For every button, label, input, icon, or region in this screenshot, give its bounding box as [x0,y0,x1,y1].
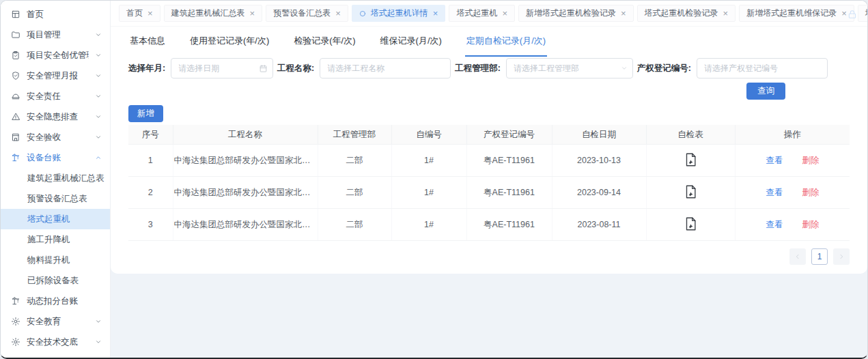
crane-icon [11,153,20,162]
cell-reg-no: 粤AE-T11961 [466,209,552,241]
sidebar-subitem[interactable]: 物料提升机 [1,250,110,270]
cell-project-name: 中海达集团总部研发办公暨国家北斗产业综合... [173,209,318,241]
subtab[interactable]: 定期自检记录(月/次) [465,27,547,57]
close-icon[interactable]: × [502,9,507,18]
cell-index: 1 [128,145,173,177]
view-link[interactable]: 查看 [766,220,783,229]
sidebar-item[interactable]: 安全管理月报 [1,66,110,86]
sidebar-item-label: 设备台账 [27,152,89,164]
filter-label: 产权登记编号: [637,63,691,74]
page-next-button[interactable] [833,248,850,265]
close-icon[interactable]: × [250,9,255,18]
sidebar-item[interactable]: 动态扣分台账 [1,291,110,311]
sidebar-item[interactable]: 安全教育 [1,311,110,332]
sidebar-subitem[interactable]: 建筑起重机械汇总表 [1,168,110,188]
table-header-cell: 工程名称 [173,125,318,145]
chevron-down-icon [95,31,102,38]
sidebar-item[interactable]: 安全责任 [1,86,110,106]
sidebar-subitem[interactable]: 已拆除设备表 [1,270,110,291]
pdf-file-icon[interactable] [683,184,698,199]
delete-link[interactable]: 删除 [802,156,819,165]
content-card: 基本信息使用登记记录(年/次)检验记录(年/次)维保记录(月/次)定期自检记录(… [111,27,867,274]
cell-self-no: 1# [391,177,466,209]
sidebar-item[interactable]: 首页 [1,4,110,25]
sidebar-item[interactable]: 安全隐患排查 [1,106,110,127]
sidebar-item[interactable]: 项目安全创优管理 [1,45,110,66]
sidebar-item[interactable]: 安全技术交底 [1,332,110,352]
tab[interactable]: 新增塔式起重机维保记录× [739,5,854,22]
page-number-current[interactable]: 1 [811,248,828,265]
subtab[interactable]: 使用登记记录(年/次) [188,27,270,57]
delete-link[interactable]: 删除 [802,220,819,229]
tab[interactable]: 塔式起重机详情× [352,5,446,22]
sidebar-subitem-label: 预警设备汇总表 [27,193,87,205]
tab[interactable]: 预警设备汇总表× [266,5,348,22]
sidebar-subitem[interactable]: 塔式起重机 [1,209,110,229]
subtab-label: 基本信息 [130,35,165,47]
pdf-file-icon[interactable] [683,152,698,167]
subtab-label: 检验记录(年/次) [294,35,355,47]
tab-label: 塔式起重机 [456,8,497,19]
lock-icon[interactable] [847,9,858,20]
sidebar: 首页项目管理项目安全创优管理安全管理月报安全责任安全隐患排查安全验收设备台账建筑… [1,1,111,358]
sidebar-subitem[interactable]: 预警设备汇总表 [1,188,110,209]
sidebar-item-label: 安全验收 [27,132,89,143]
chevron-up-icon [95,154,102,161]
sidebar-item-label: 安全管理月报 [27,70,89,82]
page-prev-button[interactable] [789,248,806,265]
table-row: 3中海达集团总部研发办公暨国家北斗产业综合...二部1#粤AE-T1196120… [128,209,850,241]
subtab[interactable]: 检验记录(年/次) [292,27,356,57]
query-row: 查询 [111,78,867,100]
close-icon[interactable]: × [335,9,341,18]
close-icon[interactable]: × [841,9,847,18]
tab[interactable]: 新增塔式起重机检验记录× [518,5,634,22]
subtab-bar: 基本信息使用登记记录(年/次)检验记录(年/次)维保记录(月/次)定期自检记录(… [111,27,867,57]
tab[interactable]: 塔式起重机检验记录× [637,5,736,22]
text-input[interactable] [320,58,451,78]
close-icon[interactable]: × [621,9,626,18]
sidebar-item[interactable]: 安全验收 [1,127,110,147]
filter-group: 工程管理部: [455,58,633,78]
tab[interactable]: 塔式起重机× [449,5,515,22]
date-input[interactable] [171,58,273,78]
sidebar-item-label: 安全隐患排查 [27,111,89,123]
sidebar-item-label: 动态扣分台账 [27,296,102,307]
chevron-down-icon [95,52,102,59]
pdf-file-icon[interactable] [683,216,698,231]
table-header-row: 序号工程名称工程管理部自编号产权登记编号自检日期自检表操作 [128,125,850,145]
subtab[interactable]: 基本信息 [128,27,167,57]
sidebar-subitem-label: 塔式起重机 [27,214,70,225]
subtab-label: 使用登记记录(年/次) [190,35,269,47]
tab[interactable]: 首页× [119,5,160,22]
view-link[interactable]: 查看 [766,156,783,165]
tab-label: 塔式起重机检验记录 [645,8,718,19]
close-icon[interactable]: × [433,9,438,18]
filter-group: 工程名称: [277,58,451,78]
sidebar-item[interactable]: 项目管理 [1,25,110,45]
table-header-cell: 自编号 [391,125,466,145]
chevron-down-icon [95,113,102,120]
tab-label: 塔式起重机详情 [371,8,428,19]
sidebar-subitem[interactable]: 施工升降机 [1,229,110,250]
select-input[interactable] [506,58,633,78]
add-button[interactable]: 新增 [128,105,163,122]
sidebar-item-label: 项目安全创优管理 [27,50,89,61]
filter-label: 选择年月: [128,63,165,74]
tab[interactable]: 建筑起重机械汇总表× [164,5,263,22]
close-icon[interactable]: × [723,9,729,18]
cell-reg-no: 粤AE-T11961 [466,145,552,177]
sidebar-subitem-label: 建筑起重机械汇总表 [27,173,104,184]
text-input[interactable] [697,58,828,78]
view-link[interactable]: 查看 [766,188,783,197]
cell-project-name: 中海达集团总部研发办公暨国家北斗产业综合... [173,177,318,209]
delete-link[interactable]: 删除 [802,188,819,197]
tab[interactable]: 塔式起重机维保记录评价× [858,5,868,22]
tab-label: 新增塔式起重机检验记录 [526,8,616,19]
clipboard-icon [11,51,20,60]
table-header-cell: 操作 [735,125,850,145]
hardhat-icon [11,91,20,101]
subtab[interactable]: 维保记录(月/次) [379,27,443,57]
search-button[interactable]: 查询 [746,83,785,100]
close-icon[interactable]: × [148,9,153,18]
sidebar-item[interactable]: 设备台账 [1,147,110,168]
